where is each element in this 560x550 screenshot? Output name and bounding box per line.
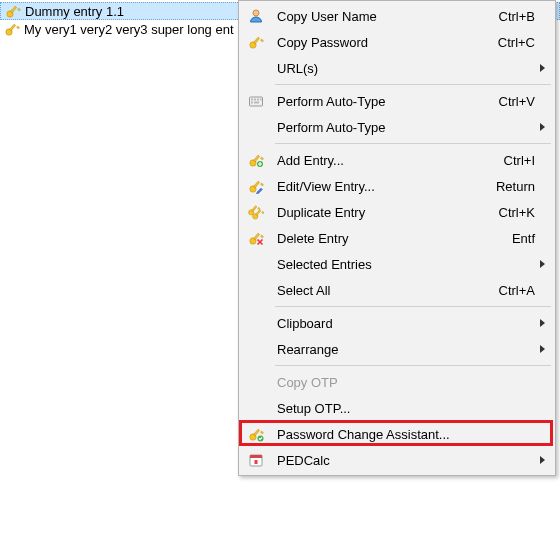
menu-item-label: Setup OTP...: [271, 401, 553, 416]
svg-rect-5: [17, 26, 20, 29]
menu-item-label: Clipboard: [271, 316, 553, 331]
menu-item[interactable]: Selected Entries: [241, 251, 553, 277]
menu-item[interactable]: Copy Password Ctrl+C: [241, 29, 553, 55]
menu-item-label: Duplicate Entry: [271, 205, 499, 220]
svg-rect-18: [254, 155, 260, 162]
svg-rect-34: [254, 429, 260, 436]
key-del-icon: [241, 230, 271, 246]
menu-item-shortcut: Ctrl+B: [499, 9, 553, 24]
menu-item[interactable]: Rearrange: [241, 336, 553, 362]
menu-item-label: Edit/View Entry...: [271, 179, 496, 194]
menu-item[interactable]: Clipboard: [241, 310, 553, 336]
menu-item-label: Perform Auto-Type: [271, 120, 553, 135]
menu-item-label: Copy OTP: [271, 375, 553, 390]
menu-item-label: URL(s): [271, 61, 553, 76]
key-icon: [5, 3, 21, 19]
menu-item[interactable]: Perform Auto-Type: [241, 114, 553, 140]
menu-item[interactable]: Duplicate Entry Ctrl+K: [241, 199, 553, 225]
svg-rect-16: [254, 102, 259, 104]
chevron-right-icon: [540, 64, 545, 72]
key-pca-icon: [241, 426, 271, 442]
menu-separator: [275, 143, 551, 144]
chevron-right-icon: [540, 456, 545, 464]
chevron-right-icon: [540, 260, 545, 268]
svg-point-6: [253, 10, 259, 16]
svg-rect-15: [251, 102, 253, 104]
menu-item[interactable]: URL(s): [241, 55, 553, 81]
menu-separator: [275, 306, 551, 307]
menu-item-shortcut: Ctrl+A: [499, 283, 553, 298]
entry-label: My very1 very2 very3 super long entry: [24, 22, 234, 37]
svg-rect-14: [260, 99, 262, 101]
svg-rect-31: [254, 233, 260, 240]
svg-rect-35: [261, 431, 264, 434]
svg-rect-29: [262, 211, 264, 213]
key-icon: [4, 21, 20, 37]
menu-item[interactable]: Setup OTP...: [241, 395, 553, 421]
menu-item-shortcut: Entf: [512, 231, 553, 246]
menu-item-label: Copy Password: [271, 35, 498, 50]
menu-item[interactable]: PEDCalc: [241, 447, 553, 473]
svg-rect-1: [11, 6, 17, 13]
svg-rect-12: [254, 99, 256, 101]
menu-item: Copy OTP: [241, 369, 553, 395]
menu-item-shortcut: Ctrl+V: [499, 94, 553, 109]
svg-rect-4: [10, 24, 16, 31]
menu-item[interactable]: Edit/View Entry... Return: [241, 173, 553, 199]
svg-rect-28: [256, 210, 261, 216]
menu-item[interactable]: Delete Entry Entf: [241, 225, 553, 251]
menu-item[interactable]: Select All Ctrl+A: [241, 277, 553, 303]
svg-rect-19: [261, 157, 264, 160]
entry-label: Dummy entry 1.1: [25, 4, 124, 19]
key-edit-icon: [241, 178, 271, 194]
key-add-icon: [241, 152, 271, 168]
menu-item-label: Delete Entry: [271, 231, 512, 246]
context-menu: Copy User Name Ctrl+B Copy Password Ctrl…: [238, 0, 556, 476]
svg-rect-13: [257, 99, 259, 101]
svg-rect-25: [252, 206, 257, 212]
key-dup-icon: [241, 204, 271, 220]
menu-item-label: Selected Entries: [271, 257, 553, 272]
menu-item[interactable]: Copy User Name Ctrl+B: [241, 3, 553, 29]
autotype-icon: [241, 93, 271, 109]
menu-item-label: Password Change Assistant...: [271, 427, 553, 442]
menu-item[interactable]: Perform Auto-Type Ctrl+V: [241, 88, 553, 114]
svg-rect-9: [261, 39, 264, 42]
calendar-icon: [241, 452, 271, 468]
key-icon: [241, 34, 271, 50]
svg-rect-23: [261, 183, 264, 186]
svg-rect-38: [250, 455, 262, 458]
svg-rect-39: [255, 460, 258, 464]
menu-item-label: Rearrange: [271, 342, 553, 357]
menu-item-label: Select All: [271, 283, 499, 298]
menu-item-shortcut: Ctrl+I: [504, 153, 553, 168]
menu-separator: [275, 84, 551, 85]
menu-item[interactable]: Add Entry... Ctrl+I: [241, 147, 553, 173]
menu-item-label: Add Entry...: [271, 153, 504, 168]
menu-item-label: Copy User Name: [271, 9, 499, 24]
menu-item-label: PEDCalc: [271, 453, 553, 468]
svg-rect-22: [254, 181, 260, 188]
menu-item-shortcut: Return: [496, 179, 553, 194]
menu-item-shortcut: Ctrl+C: [498, 35, 553, 50]
menu-item-label: Perform Auto-Type: [271, 94, 499, 109]
svg-rect-32: [261, 235, 264, 238]
svg-rect-26: [258, 207, 260, 209]
menu-separator: [275, 365, 551, 366]
svg-rect-11: [251, 99, 253, 101]
menu-item[interactable]: Password Change Assistant...: [241, 421, 553, 447]
svg-rect-2: [18, 8, 21, 11]
svg-rect-8: [254, 37, 260, 44]
menu-item-shortcut: Ctrl+K: [499, 205, 553, 220]
chevron-right-icon: [540, 319, 545, 327]
chevron-right-icon: [540, 123, 545, 131]
user-icon: [241, 8, 271, 24]
chevron-right-icon: [540, 345, 545, 353]
